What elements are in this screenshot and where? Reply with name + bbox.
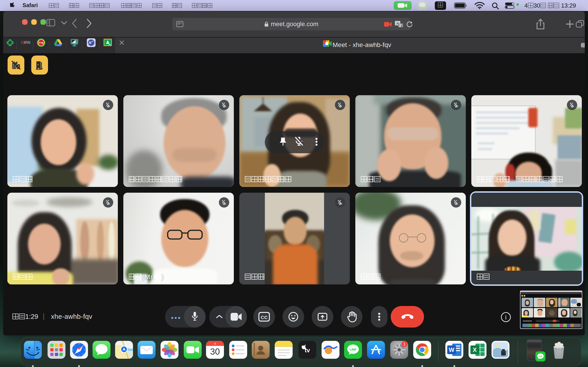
svg-text:1: 1: [404, 342, 406, 346]
svg-text:X: X: [473, 346, 477, 353]
svg-text:CC: CC: [261, 315, 268, 320]
svg-text:25: 25: [77, 39, 79, 42]
svg-text:LINE: LINE: [350, 348, 356, 351]
svg-text:LINE: LINE: [539, 355, 543, 357]
svg-text:4: 4: [214, 342, 216, 345]
svg-text:+: +: [92, 40, 93, 43]
svg-text:W: W: [449, 346, 455, 353]
svg-text:30: 30: [210, 347, 220, 357]
svg-text:TYE: TYE: [39, 42, 43, 44]
svg-text:M: M: [88, 41, 92, 44]
